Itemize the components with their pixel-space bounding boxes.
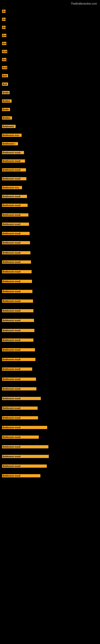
bottleneck-label: Bo bbox=[2, 26, 6, 29]
list-item: Bottleneck result bbox=[2, 387, 36, 390]
bottleneck-label: Bottleneck result bbox=[2, 338, 33, 342]
list-item: Bottleneck result bbox=[2, 358, 35, 361]
bottleneck-label: Bottleneck result bbox=[2, 329, 34, 332]
bottleneck-label: Bottleneck result bbox=[2, 319, 34, 322]
bottleneck-label: Bottleneck result bbox=[2, 464, 47, 468]
bottleneck-label: Bottleneck bbox=[2, 125, 16, 128]
list-item: Bottleneck result bbox=[2, 280, 32, 283]
bottleneck-label: Bottleneck result bbox=[2, 241, 30, 244]
bottleneck-label: Bottleneck result bbox=[2, 378, 36, 381]
bottleneck-label: Bottleneck result bbox=[2, 387, 36, 390]
bottleneck-label: Bo bbox=[2, 10, 6, 13]
list-item: Bottleneck r bbox=[2, 142, 18, 145]
list-item: Bottleneck result bbox=[2, 290, 32, 293]
list-item: Bottleneck result bbox=[2, 436, 39, 439]
list-item: Bottleneck result bbox=[2, 338, 33, 342]
bottleneck-label: Bottleneck result bbox=[2, 445, 49, 448]
list-item: Bottleneck resu bbox=[2, 134, 22, 137]
bottleneck-label: Bot bbox=[2, 34, 6, 37]
bottleneck-label: Bott bbox=[2, 82, 8, 86]
list-item: Bot bbox=[2, 58, 6, 61]
bottleneck-label: Bottleneck result bbox=[2, 436, 39, 439]
list-item: Bottle bbox=[2, 108, 10, 111]
bottleneck-label: Bottleneck result bbox=[2, 300, 33, 303]
bottleneck-label: Bottleneck result bbox=[2, 426, 47, 429]
list-item: Bottleneck result bbox=[2, 195, 27, 198]
list-item: Bottleneck result bbox=[2, 416, 38, 420]
list-item: Bottleneck result bbox=[2, 464, 47, 468]
bottleneck-label: Bott bbox=[2, 66, 7, 69]
bottleneck-label: Bottleneck result bbox=[2, 204, 28, 207]
bottleneck-label: Bottleneck result bbox=[2, 368, 32, 371]
bottleneck-label: Bottleneck result bbox=[2, 177, 26, 180]
list-item: Bottleneck result bbox=[2, 474, 40, 477]
list-item: Bottleneck bbox=[2, 125, 16, 128]
list-item: Bottle bbox=[2, 91, 10, 94]
list-item: Bo bbox=[2, 18, 6, 21]
list-item: Bo bbox=[2, 26, 6, 29]
bottleneck-label: Bottleneck result bbox=[2, 168, 26, 172]
bottleneck-label: Bottleneck result bbox=[2, 309, 33, 312]
bottleneck-label: Bottle bbox=[2, 108, 10, 111]
bottleneck-label: Bo bbox=[2, 18, 6, 21]
list-item: Bottleneck result bbox=[2, 251, 30, 254]
bottleneck-label: Bottleneck result bbox=[2, 416, 38, 420]
list-item: Bottleneck result bbox=[2, 204, 28, 207]
bottleneck-label: Bottleneck result bbox=[2, 406, 38, 410]
list-item: Bottleneck result bbox=[2, 177, 26, 180]
bottleneck-label: Bottleneck r bbox=[2, 142, 18, 145]
list-item: Bottleneck result bbox=[2, 426, 47, 429]
list-item: Bottleneck result bbox=[2, 348, 35, 352]
bottleneck-label: Bot bbox=[2, 58, 6, 61]
bottleneck-label: Bottlen bbox=[2, 116, 12, 120]
bottleneck-label: Bottleneck result bbox=[2, 160, 25, 162]
list-item: Bottleneck result bbox=[2, 319, 34, 322]
list-item: Bottleneck result bbox=[2, 213, 28, 216]
list-item: Bottleneck result bbox=[2, 406, 38, 410]
list-item: Bott bbox=[2, 74, 8, 77]
list-item: Bottleneck result bbox=[2, 309, 33, 312]
list-item: Bot bbox=[2, 34, 6, 37]
bottleneck-label: Bottleneck result bbox=[2, 474, 40, 477]
bottleneck-label: Bottleneck result bbox=[2, 455, 49, 458]
bottleneck-label: Bottleneck result bbox=[2, 251, 30, 254]
list-item: Bottleneck result bbox=[2, 368, 32, 371]
list-item: Bottleneck result bbox=[2, 151, 24, 154]
list-item: Bott bbox=[2, 82, 8, 86]
bottleneck-label: Bot bbox=[2, 42, 6, 45]
list-item: Bottleneck result bbox=[2, 455, 49, 458]
list-item: Bottleneck result bbox=[2, 160, 25, 162]
list-item: Bottleneck result bbox=[2, 300, 33, 303]
list-item: Bottleneck result bbox=[2, 378, 36, 381]
list-item: Bottleneck result bbox=[2, 232, 30, 235]
bottleneck-label: Bottleneck result bbox=[2, 232, 30, 235]
list-item: Bo bbox=[2, 10, 6, 13]
list-item: Bottleneck result bbox=[2, 270, 32, 273]
list-item: Bottleneck result bbox=[2, 241, 30, 244]
list-item: Bottleneck result bbox=[2, 329, 34, 332]
bottleneck-label: Bottleneck result bbox=[2, 397, 41, 400]
bottleneck-label: Bottleneck resu bbox=[2, 134, 22, 137]
bottleneck-label: Bott bbox=[2, 74, 8, 77]
bottleneck-label: Bottleneck result bbox=[2, 280, 32, 283]
list-item: Bott bbox=[2, 50, 7, 53]
bottleneck-label: Bottleneck result bbox=[2, 151, 24, 154]
bottleneck-label: Bottleneck result bbox=[2, 213, 28, 216]
list-item: Bottleneck result bbox=[2, 222, 29, 226]
bottleneck-label: Bottle bbox=[2, 91, 10, 94]
bottleneck-label: Bottleneck result bbox=[2, 348, 35, 352]
bottleneck-label: Bottleneck result bbox=[2, 290, 32, 293]
bottleneck-label: Bottleneck result bbox=[2, 260, 31, 264]
bottleneck-label: Bott bbox=[2, 50, 7, 53]
bottleneck-label: Bottleneck result bbox=[2, 222, 29, 226]
list-item: Bottleneck result bbox=[2, 397, 41, 400]
list-item: Bot bbox=[2, 42, 6, 45]
list-item: Bottleneck resu bbox=[2, 186, 22, 189]
bottleneck-label: Bottleneck result bbox=[2, 358, 35, 361]
site-title: TheBottlenecker.com bbox=[69, 1, 99, 6]
bottleneck-label: Bottlen bbox=[2, 100, 12, 103]
list-item: Bottleneck result bbox=[2, 260, 31, 264]
list-item: Bottleneck result bbox=[2, 445, 49, 448]
list-item: Bott bbox=[2, 66, 7, 69]
list-item: Bottlen bbox=[2, 116, 12, 120]
